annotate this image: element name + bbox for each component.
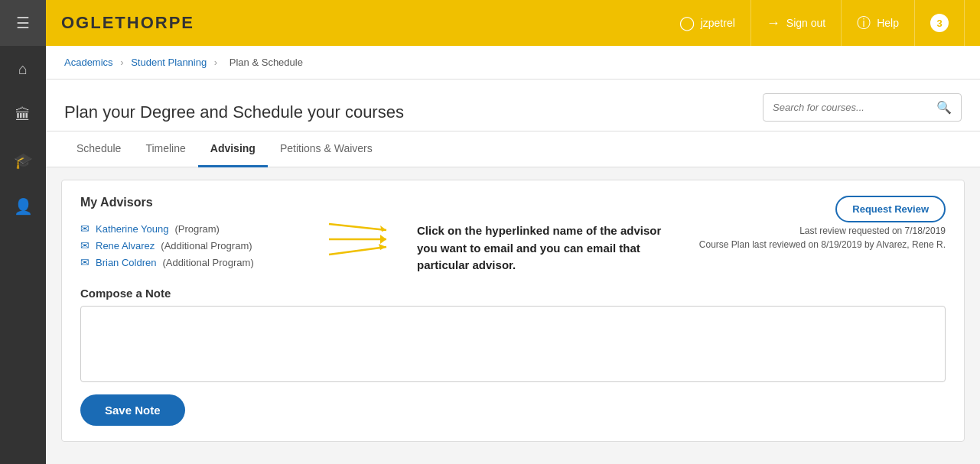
tab-schedule[interactable]: Schedule [64,131,133,167]
username-label: jzpetrel [701,17,735,29]
sidebar-student[interactable]: 🎓 [0,138,46,183]
breadcrumb-academics[interactable]: Academics [64,57,113,68]
advisors-header-left: My Advisors [80,196,153,219]
advisors-annotation: Click on the hyperlinked name of the adv… [402,222,699,274]
graduation-icon: 🎓 [14,151,33,170]
advisor-item-1: ✉ Katherine Young (Program) [80,222,325,235]
advisor-link-2[interactable]: Rene Alvarez [96,240,155,251]
advisors-title: My Advisors [80,196,153,209]
help-icon: ⓘ [857,14,871,32]
compose-textarea[interactable] [80,306,946,382]
content-wrapper: Academics › Student Planning › Plan & Sc… [46,46,980,464]
request-review-button[interactable]: Request Review [835,196,946,222]
profile-icon: 👤 [14,197,33,216]
help-button[interactable]: ⓘ Help [842,0,915,46]
compose-section: Compose a Note Save Note [80,287,946,426]
page-header: Plan your Degree and Schedule your cours… [46,79,980,131]
signout-icon: → [767,15,780,31]
annotation-arrows [325,215,402,268]
notification-count: 3 [930,14,949,32]
help-label: Help [877,17,899,29]
topbar-actions: ◯ jzpetrel → Sign out ⓘ Help 3 [664,0,965,46]
tab-timeline[interactable]: Timeline [133,131,197,167]
save-note-button[interactable]: Save Note [80,394,185,426]
home-icon: ⌂ [18,60,28,78]
breadcrumb-student-planning[interactable]: Student Planning [131,57,207,68]
user-button[interactable]: ◯ jzpetrel [664,0,751,46]
sidebar: ☰ ⌂ 🏛 🎓 👤 [0,0,46,464]
svg-marker-3 [380,235,386,244]
advisor-program-2: (Additional Program) [161,240,252,251]
breadcrumb-sep1: › [120,57,123,68]
tab-advising[interactable]: Advising [198,131,268,167]
tab-petitions-waivers[interactable]: Petitions & Waivers [268,131,385,167]
sidebar-academics[interactable]: 🏛 [0,92,46,138]
main-area: OGLETHORPE ◯ jzpetrel → Sign out ⓘ Help … [46,0,980,464]
advisor-program-1: (Program) [174,223,220,235]
email-icon-1: ✉ [80,222,90,235]
advisors-left: ✉ Katherine Young (Program) ✉ Rene Alvar… [80,222,325,274]
academics-icon: 🏛 [15,106,31,124]
email-icon-2: ✉ [80,239,90,251]
topbar: OGLETHORPE ◯ jzpetrel → Sign out ⓘ Help … [46,0,980,46]
sidebar-profile[interactable]: 👤 [0,183,46,229]
search-box: 🔍 [763,93,962,122]
annotation-text: Click on the hyperlinked name of the adv… [417,222,684,274]
logo: OGLETHORPE [61,13,664,33]
svg-line-0 [329,224,386,230]
advisors-header: My Advisors Request Review [80,196,946,222]
breadcrumb: Academics › Student Planning › Plan & Sc… [46,46,980,79]
review-info: Last review requested on 7/18/2019 Cours… [699,226,946,250]
page-title: Plan your Degree and Schedule your cours… [64,102,404,122]
notification-badge[interactable]: 3 [915,0,965,46]
signout-label: Sign out [786,17,825,29]
user-icon: ◯ [679,15,695,31]
advisor-item-3: ✉ Brian Coldren (Additional Program) [80,256,325,268]
hamburger-icon: ☰ [16,14,30,32]
advisor-program-3: (Additional Program) [163,257,254,268]
search-icon: 🔍 [927,94,961,121]
search-input[interactable] [763,96,927,119]
compose-title: Compose a Note [80,287,946,300]
svg-line-4 [329,247,386,255]
sidebar-home[interactable]: ⌂ [0,46,46,92]
email-icon-3: ✉ [80,256,90,268]
svg-marker-5 [379,244,386,250]
advisor-link-1[interactable]: Katherine Young [96,223,168,235]
tabs: Schedule Timeline Advising Petitions & W… [46,131,980,167]
sidebar-menu-icon[interactable]: ☰ [0,0,46,46]
last-review-requested: Last review requested on 7/18/2019 [799,226,946,236]
breadcrumb-sep2: › [214,57,217,68]
signout-button[interactable]: → Sign out [751,0,842,46]
advising-panel: My Advisors Request Review ✉ Katherine Y… [61,180,965,442]
advisors-row-wrapper: ✉ Katherine Young (Program) ✉ Rene Alvar… [80,222,946,274]
breadcrumb-current: Plan & Schedule [230,57,303,68]
advisor-list: ✉ Katherine Young (Program) ✉ Rene Alvar… [80,222,325,268]
advisor-link-3[interactable]: Brian Coldren [96,257,157,268]
course-plan-reviewed: Course Plan last reviewed on 8/19/2019 b… [699,239,946,250]
advisor-item-2: ✉ Rene Alvarez (Additional Program) [80,239,325,251]
